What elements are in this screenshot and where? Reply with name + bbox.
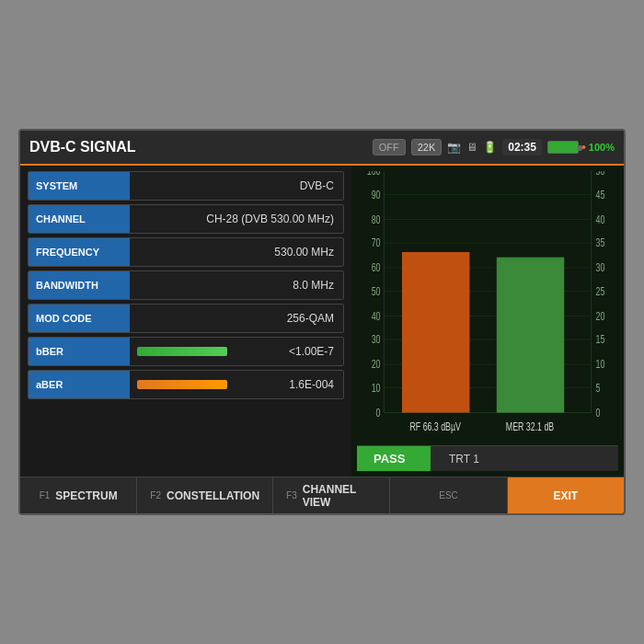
- rf-bar: [402, 252, 469, 413]
- svg-text:10: 10: [372, 381, 381, 394]
- svg-text:30: 30: [596, 261, 605, 274]
- label-aber: aBER: [29, 371, 130, 398]
- header-bar: DVB-C SIGNAL OFF 22K 📷 🖥 🔋 02:35 • 100%: [20, 131, 624, 166]
- label-channel: CHANNEL: [29, 205, 130, 233]
- fn1-label: SPECTRUM: [55, 489, 117, 502]
- fn3-key: F3: [286, 490, 297, 500]
- svg-text:0: 0: [376, 406, 381, 419]
- battery-percentage: 100%: [589, 142, 615, 153]
- fn1-spectrum-button[interactable]: F1 SPECTRUM: [20, 477, 137, 513]
- battery-icon: 🔋: [483, 141, 497, 154]
- svg-text:40: 40: [596, 213, 605, 225]
- trt-label: TRT 1: [431, 453, 479, 466]
- label-bber: bBER: [29, 338, 130, 365]
- value-bandwidth: 8.0 MHz: [130, 279, 343, 292]
- value-modcode: 256-QAM: [130, 312, 343, 325]
- chart-svg: 100 90 80 70 60 50 40 30 20 10 0 50 45 4…: [357, 171, 618, 445]
- svg-text:50: 50: [596, 171, 605, 178]
- aber-bar-container: [130, 380, 235, 389]
- right-panel: 100 90 80 70 60 50 40 30 20 10 0 50 45 4…: [351, 166, 624, 477]
- svg-text:50: 50: [372, 284, 381, 297]
- svg-text:100: 100: [367, 171, 381, 178]
- svg-text:20: 20: [596, 309, 605, 322]
- svg-text:15: 15: [596, 333, 605, 346]
- main-content: SYSTEM DVB-C CHANNEL CH-28 (DVB 530.00 M…: [20, 166, 624, 477]
- battery-container: • 100%: [547, 140, 615, 155]
- svg-text:30: 30: [372, 333, 381, 346]
- esc-key-label: ESC: [390, 477, 507, 513]
- esc-key: ESC: [439, 490, 458, 500]
- row-channel: CHANNEL CH-28 (DVB 530.00 MHz): [28, 204, 344, 234]
- off-button[interactable]: OFF: [373, 139, 406, 155]
- svg-text:20: 20: [372, 358, 381, 371]
- value-frequency: 530.00 MHz: [130, 246, 343, 259]
- svg-text:60: 60: [372, 261, 381, 274]
- value-channel: CH-28 (DVB 530.00 MHz): [130, 213, 343, 225]
- svg-text:10: 10: [596, 358, 605, 371]
- row-system: SYSTEM DVB-C: [28, 171, 344, 201]
- svg-text:90: 90: [372, 188, 381, 201]
- svg-text:35: 35: [596, 236, 605, 249]
- time-display: 02:35: [502, 139, 542, 155]
- header-controls: OFF 22K 📷 🖥 🔋 02:35 • 100%: [373, 139, 615, 155]
- row-frequency: FREQUENCY 530.00 MHz: [28, 237, 344, 267]
- aber-bar: [137, 380, 227, 389]
- svg-text:RF 66.3 dBµV: RF 66.3 dBµV: [409, 420, 461, 433]
- svg-text:45: 45: [596, 188, 605, 201]
- label-bandwidth: BANDWIDTH: [29, 271, 130, 299]
- bber-bar-container: [130, 347, 235, 356]
- pass-label: PASS: [357, 446, 431, 471]
- label-system: SYSTEM: [29, 172, 130, 200]
- header-title: DVB-C SIGNAL: [29, 139, 373, 155]
- freq-button[interactable]: 22K: [411, 139, 443, 155]
- fn3-channelview-button[interactable]: F3 CHANNEL VIEW: [273, 477, 390, 513]
- row-aber: aBER 1.6E-004: [28, 370, 344, 399]
- battery-bar-visual: [547, 141, 579, 154]
- row-bber: bBER <1.00E-7: [28, 337, 344, 366]
- value-bber: <1.00E-7: [235, 345, 343, 358]
- bber-bar: [137, 347, 227, 356]
- camera-icon: 📷: [447, 141, 461, 154]
- svg-text:80: 80: [372, 213, 381, 225]
- svg-text:70: 70: [372, 236, 381, 249]
- fn2-key: F2: [150, 490, 161, 500]
- screen-icon: 🖥: [466, 141, 477, 154]
- svg-text:5: 5: [596, 381, 601, 394]
- fn1-key: F1: [40, 490, 51, 500]
- device-frame: DVB-C SIGNAL OFF 22K 📷 🖥 🔋 02:35 • 100% …: [18, 129, 626, 515]
- exit-label: EXIT: [554, 489, 579, 502]
- label-modcode: MOD CODE: [29, 305, 130, 332]
- fn2-constellation-button[interactable]: F2 CONSTELLATION: [137, 477, 273, 513]
- svg-text:0: 0: [596, 406, 601, 419]
- row-bandwidth: BANDWIDTH 8.0 MHz: [28, 270, 344, 300]
- svg-text:40: 40: [372, 309, 381, 322]
- fn2-label: CONSTELLATION: [167, 489, 259, 502]
- pass-bar: PASS TRT 1: [357, 445, 618, 471]
- value-aber: 1.6E-004: [235, 378, 343, 391]
- fn3-label: CHANNEL VIEW: [303, 483, 377, 509]
- chart-area: 100 90 80 70 60 50 40 30 20 10 0 50 45 4…: [357, 171, 618, 445]
- left-panel: SYSTEM DVB-C CHANNEL CH-28 (DVB 530.00 M…: [20, 166, 351, 477]
- fn-bar: F1 SPECTRUM F2 CONSTELLATION F3 CHANNEL …: [20, 477, 624, 513]
- label-frequency: FREQUENCY: [29, 238, 130, 266]
- value-system: DVB-C: [130, 179, 343, 192]
- svg-text:25: 25: [596, 284, 605, 297]
- exit-button[interactable]: EXIT: [508, 477, 624, 513]
- row-modcode: MOD CODE 256-QAM: [28, 304, 344, 333]
- mer-bar: [497, 258, 564, 413]
- svg-text:MER 32.1 dB: MER 32.1 dB: [506, 420, 554, 433]
